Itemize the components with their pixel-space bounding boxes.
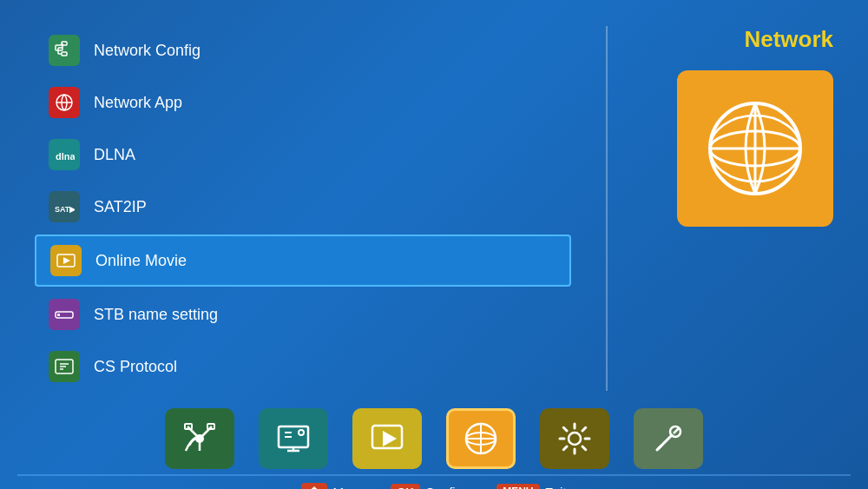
svg-text:SAT▶IP: SAT▶IP	[55, 205, 75, 214]
right-panel: Network	[642, 26, 833, 391]
hint-ok: OK Confirm	[391, 484, 470, 490]
nav-satellite-btn[interactable]	[165, 408, 234, 469]
nav-settings-btn[interactable]	[540, 408, 609, 469]
nav-tv-btn[interactable]	[259, 408, 328, 469]
svg-rect-2	[62, 52, 67, 56]
satellite-icon	[181, 420, 219, 458]
hint-ok-label: Confirm	[425, 485, 471, 490]
ok-badge: OK	[391, 484, 420, 490]
section-title: Network	[744, 26, 833, 53]
left-panel: Network Config Network App dlna DLNA SAT…	[35, 26, 571, 391]
svg-marker-37	[383, 431, 397, 446]
nav-network-btn[interactable]	[446, 408, 516, 469]
stb-name-icon	[49, 299, 80, 330]
svg-line-46	[674, 428, 679, 433]
network-globe-icon	[462, 420, 500, 458]
svg-text:dlna: dlna	[56, 151, 75, 162]
hint-move: Move	[301, 483, 365, 489]
network-config-icon	[49, 35, 80, 66]
menu-item-network-config[interactable]: Network Config	[35, 26, 571, 75]
menu-item-online-movie-label: Online Movie	[95, 252, 187, 270]
menu-item-cs-protocol[interactable]: CS Protocol	[35, 342, 571, 391]
content-area: Network Config Network App dlna DLNA SAT…	[0, 0, 868, 400]
nav-media-btn[interactable]	[352, 408, 422, 469]
svg-marker-12	[63, 257, 70, 264]
svg-point-42	[569, 433, 581, 445]
menu-item-network-config-label: Network Config	[94, 42, 201, 60]
feature-icon-box	[677, 70, 833, 227]
hint-menu-label: Exit	[545, 485, 567, 490]
menu-item-sat2ip[interactable]: SAT▶IP SAT2IP	[35, 182, 571, 231]
cs-protocol-icon	[49, 351, 80, 382]
menu-badge: MENU	[496, 484, 539, 489]
move-badge	[301, 483, 327, 489]
svg-point-35	[299, 430, 304, 435]
online-movie-icon	[50, 245, 82, 276]
menu-item-dlna-label: DLNA	[94, 146, 135, 164]
hint-move-label: Move	[332, 485, 365, 490]
hint-menu: MENU Exit	[496, 484, 566, 489]
menu-item-online-movie[interactable]: Online Movie	[35, 235, 571, 287]
menu-item-network-app-label: Network App	[94, 94, 182, 112]
dlna-icon: dlna	[49, 139, 80, 170]
settings-icon	[556, 420, 594, 458]
svg-line-45	[657, 446, 661, 450]
media-icon	[368, 420, 406, 458]
menu-item-dlna[interactable]: dlna DLNA	[35, 130, 571, 179]
sat2ip-icon: SAT▶IP	[49, 191, 80, 222]
main-container: Network Config Network App dlna DLNA SAT…	[0, 0, 868, 489]
svg-rect-30	[279, 426, 308, 447]
menu-item-cs-protocol-label: CS Protocol	[94, 358, 177, 376]
network-app-icon	[49, 87, 80, 118]
panel-divider	[606, 26, 608, 391]
nav-icons-row	[0, 400, 868, 474]
tools-icon	[649, 420, 687, 458]
menu-item-stb-name[interactable]: STB name setting	[35, 290, 571, 339]
menu-item-sat2ip-label: SAT2IP	[94, 198, 147, 216]
svg-rect-14	[57, 314, 60, 316]
nav-tools-btn[interactable]	[634, 408, 703, 469]
menu-item-network-app[interactable]: Network App	[35, 78, 571, 127]
bottom-hints: Move OK Confirm MENU Exit	[17, 474, 851, 489]
tv-icon	[274, 420, 312, 458]
menu-item-stb-name-label: STB name setting	[94, 306, 218, 324]
globe-icon	[703, 96, 807, 201]
